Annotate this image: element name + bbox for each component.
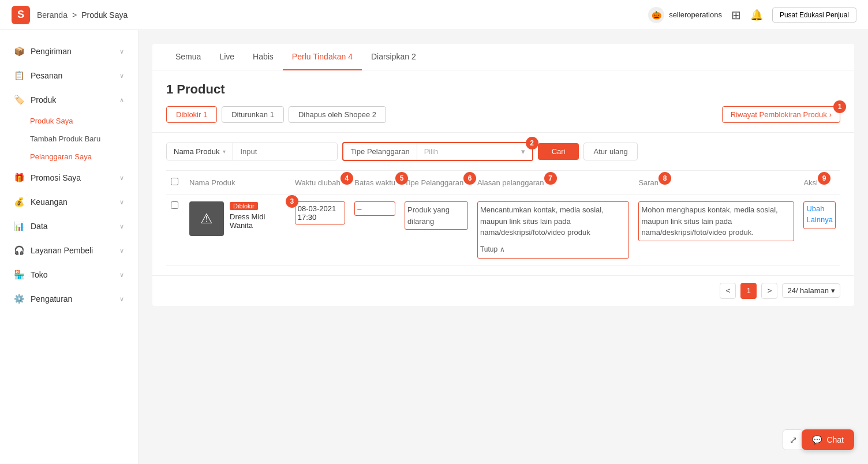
filter-select-nama[interactable]: Nama Produk ▾ <box>166 143 338 160</box>
chat-button[interactable]: 💬 Chat <box>802 429 854 450</box>
tab-live[interactable]: Live <box>210 44 244 70</box>
avatar-icon: 🎃 <box>648 7 664 23</box>
bell-icon[interactable]: 🔔 <box>750 9 763 21</box>
reset-button[interactable]: Atur ulang <box>583 143 637 160</box>
select-all-checkbox[interactable] <box>171 178 178 185</box>
chat-icon: 💬 <box>812 435 822 444</box>
chevron-down-icon: ▾ <box>223 148 226 155</box>
resize-icon: ⤢ <box>790 435 797 446</box>
chevron-up-icon: ∧ <box>500 245 505 253</box>
pengaturan-icon: ⚙️ <box>14 294 25 304</box>
sidebar-label-data: Data <box>31 222 48 231</box>
sub-tab-right: Riwayat Pemblokiran Produk › 1 <box>722 106 840 123</box>
sidebar-item-pengaturan[interactable]: ⚙️Pengaturan ∨ <box>0 287 138 311</box>
prev-page-button[interactable]: < <box>720 283 736 299</box>
breadcrumb: Beranda > Produk Saya <box>37 10 128 20</box>
current-page[interactable]: 1 <box>740 283 757 299</box>
shopee-logo: S <box>12 6 30 24</box>
sidebar-label-keuangan: Keuangan <box>31 197 68 207</box>
sidebar-item-toko[interactable]: 🏪Toko ∨ <box>0 263 138 287</box>
filter-tipe-container: Tipe Pelanggaran Pilih ▾ 2 <box>342 142 533 161</box>
keuangan-icon: 💰 <box>14 197 25 207</box>
chevron-down-icon: ▾ <box>521 147 525 156</box>
cell-waktu-diubah: 08-03-2021 17:30 <box>290 194 350 266</box>
product-cell: ⚠ Diblokir 3 Dress Midi Wanita <box>189 201 286 236</box>
row-checkbox[interactable] <box>171 201 178 209</box>
chevron-down-icon: ∨ <box>119 271 124 279</box>
sidebar-label-pengiriman: Pengiriman <box>31 47 72 56</box>
sidebar-item-layanan[interactable]: 🎧Layanan Pembeli ∨ <box>0 238 138 263</box>
tab-semua[interactable]: Semua <box>166 44 210 70</box>
cell-aksi: Ubah Lainnya <box>799 194 840 266</box>
product-thumbnail: ⚠ <box>189 201 224 236</box>
username: selleroperations <box>669 10 722 19</box>
ubah-button[interactable]: Ubah <box>806 204 833 213</box>
chevron-down-icon: ∨ <box>119 247 124 255</box>
breadcrumb-home[interactable]: Beranda <box>37 10 68 20</box>
tab-perlu-tindakan[interactable]: Perlu Tindakan 4 <box>283 44 362 70</box>
sidebar-label-produk: Produk <box>31 95 56 104</box>
tipe-pelanggaran-dropdown[interactable]: Pilih ▾ <box>417 143 532 160</box>
edu-button[interactable]: Pusat Edukasi Penjual <box>772 8 856 23</box>
breadcrumb-current: Produk Saya <box>81 10 128 20</box>
sidebar-subitem-pelanggaran[interactable]: Pelanggaran Saya <box>0 148 138 166</box>
main-tabs: Semua Live Habis Perlu Tindakan 4 Diarsi… <box>152 44 854 70</box>
topnav: S Beranda > Produk Saya 🎃 selleroperatio… <box>0 0 868 30</box>
annotation-7: 7 <box>544 172 557 185</box>
next-page-button[interactable]: > <box>761 283 777 299</box>
sidebar-item-promosi[interactable]: 🎁Promosi Saya ∨ <box>0 166 138 190</box>
diblokir-badge: Diblokir <box>230 202 258 210</box>
th-waktu-diubah: Waktu diubah 4 <box>290 171 350 194</box>
sidebar-subitem-tambah-produk[interactable]: Tambah Produk Baru <box>0 130 138 148</box>
cell-alasan: Mencantumkan kontak, media sosial, maupu… <box>473 194 634 266</box>
layout: 📦Pengiriman ∨ 📋Pesanan ∨ 🏷️Produk ∧ Prod… <box>0 30 868 464</box>
resize-button[interactable]: ⤢ <box>783 429 803 450</box>
tutup-button[interactable]: Tutup ∧ <box>480 243 626 256</box>
promosi-icon: 🎁 <box>14 173 25 182</box>
search-button[interactable]: Cari <box>538 143 579 160</box>
table-wrap: Nama Produk Waktu diubah 4 Batas waktu <box>152 170 854 275</box>
annotation-9: 9 <box>818 172 830 185</box>
annotation-5: 5 <box>395 172 408 185</box>
th-tipe-pelanggaran: Tipe Pelanggaran 6 <box>400 171 473 194</box>
th-saran: Saran 8 <box>634 171 799 194</box>
saran-value: Mohon menghapus kontak, media sosial, ma… <box>641 205 777 237</box>
sidebar-item-keuangan[interactable]: 💰Keuangan ∨ <box>0 190 138 214</box>
chevron-down-icon: ▾ <box>831 286 835 295</box>
sidebar-item-data[interactable]: 📊Data ∨ <box>0 214 138 238</box>
tipe-pelanggaran-label: Tipe Pelanggaran <box>343 143 416 160</box>
chevron-down-icon: ∨ <box>119 174 124 182</box>
nama-produk-input[interactable] <box>233 143 337 160</box>
filter-select-label[interactable]: Nama Produk ▾ <box>167 143 233 160</box>
tipe-placeholder: Pilih <box>424 147 439 156</box>
data-icon: 📊 <box>14 221 25 231</box>
batas-waktu-value: – <box>357 204 361 213</box>
sidebar-label-layanan: Layanan Pembeli <box>31 246 93 255</box>
nama-produk-label: Nama Produk <box>174 147 219 156</box>
sub-tab-dihapus[interactable]: Dihapus oleh Shopee 2 <box>289 106 386 123</box>
sidebar-item-pengiriman[interactable]: 📦Pengiriman ∨ <box>0 39 138 63</box>
th-nama-produk: Nama Produk <box>185 171 290 194</box>
sidebar-label-pesanan: Pesanan <box>31 71 62 80</box>
tab-habis[interactable]: Habis <box>244 44 283 70</box>
chevron-up-icon: ∧ <box>119 96 124 104</box>
annotation-4: 4 <box>341 172 353 185</box>
tab-diarsipkan[interactable]: Diarsipkan 2 <box>362 44 425 70</box>
annotation-1: 1 <box>833 100 846 113</box>
warning-icon: ⚠ <box>200 211 213 227</box>
sub-tab-diturunkan[interactable]: Diturunkan 1 <box>222 106 284 123</box>
chevron-down-icon: ∨ <box>119 72 124 80</box>
sidebar-item-pesanan[interactable]: 📋Pesanan ∨ <box>0 63 138 88</box>
sidebar-subitem-produk-saya[interactable]: Produk Saya <box>0 112 138 130</box>
lainnya-button[interactable]: Lainnya <box>806 215 833 224</box>
history-btn-label: Riwayat Pemblokiran Produk <box>731 110 827 119</box>
per-page-select[interactable]: 24/ halaman ▾ <box>782 283 840 298</box>
grid-icon[interactable]: ⊞ <box>731 8 741 22</box>
layanan-icon: 🎧 <box>14 245 25 255</box>
sidebar-item-produk[interactable]: 🏷️Produk ∧ <box>0 88 138 112</box>
breadcrumb-sep: > <box>72 10 77 20</box>
sub-tab-diblokir[interactable]: Diblokir 1 <box>166 106 217 123</box>
chevron-down-icon: ∨ <box>119 48 124 55</box>
pagination: < 1 > 24/ halaman ▾ <box>152 275 854 306</box>
history-button[interactable]: Riwayat Pemblokiran Produk › 1 <box>722 106 840 123</box>
